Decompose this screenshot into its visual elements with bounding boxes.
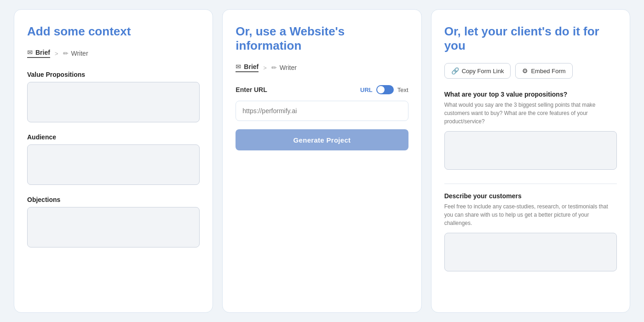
field-label-objections: Objections xyxy=(27,196,200,203)
generate-project-button[interactable]: Generate Project xyxy=(236,129,408,150)
url-row: Enter URL URL Text xyxy=(236,85,408,94)
card1-arrow: > xyxy=(55,50,58,57)
toggle-url-label: URL xyxy=(360,86,373,93)
copy-form-link-button[interactable]: 🔗 Copy Form Link xyxy=(444,63,511,79)
main-container: Add some context ✉ Brief > ✏ Writer Valu… xyxy=(0,0,644,322)
url-text-toggle[interactable] xyxy=(376,85,394,94)
card1-tab-row: ✉ Brief > ✏ Writer xyxy=(27,49,200,58)
embed-form-button[interactable]: ⚙ Embed Form xyxy=(515,63,572,79)
card1-tab1-label: Brief xyxy=(35,49,50,56)
embed-form-label: Embed Form xyxy=(531,68,565,75)
card1-title: Add some context xyxy=(27,24,200,39)
card1-tab-brief[interactable]: ✉ Brief xyxy=(27,49,50,58)
card2-tab-brief[interactable]: ✉ Brief xyxy=(236,63,259,72)
writer-icon: ✏ xyxy=(63,50,69,57)
card-client-form: Or, let your client's do it for you 🔗 Co… xyxy=(431,9,630,313)
card3-title: Or, let your client's do it for you xyxy=(444,24,617,53)
brief-icon: ✉ xyxy=(27,49,33,56)
card2-tab2-label: Writer xyxy=(280,64,297,71)
question2-title: Describe your customers xyxy=(444,192,617,200)
card-add-context: Add some context ✉ Brief > ✏ Writer Valu… xyxy=(14,9,213,313)
objections-textarea[interactable] xyxy=(27,207,200,247)
url-input[interactable] xyxy=(236,101,408,121)
card2-tab1-label: Brief xyxy=(244,63,259,70)
copy-form-link-label: Copy Form Link xyxy=(462,68,504,75)
link-icon: 🔗 xyxy=(451,67,459,75)
toggle-group: URL Text xyxy=(360,85,408,94)
embed-icon: ⚙ xyxy=(522,67,528,75)
value-propositions-textarea[interactable] xyxy=(27,82,200,122)
divider xyxy=(444,184,617,184)
action-buttons-row: 🔗 Copy Form Link ⚙ Embed Form xyxy=(444,63,617,79)
card2-tab-row: ✉ Brief > ✏ Writer xyxy=(236,63,408,72)
audience-textarea[interactable] xyxy=(27,144,200,185)
card2-title: Or, use a Website's information xyxy=(236,24,408,53)
card2-arrow: > xyxy=(263,64,267,71)
card1-tab2-label: Writer xyxy=(71,50,88,57)
toggle-text-label: Text xyxy=(397,86,408,93)
card2-writer-icon: ✏ xyxy=(271,64,277,71)
question2-desc: Feel free to include any case-studies, r… xyxy=(444,202,617,227)
enter-url-label: Enter URL xyxy=(236,86,267,93)
toggle-knob xyxy=(377,86,385,93)
question2-textarea[interactable] xyxy=(444,233,617,271)
card2-tab-writer[interactable]: ✏ Writer xyxy=(271,64,297,71)
field-label-value-propositions: Value Propositions xyxy=(27,71,200,78)
card-website-info: Or, use a Website's information ✉ Brief … xyxy=(222,9,421,313)
card1-tab-writer[interactable]: ✏ Writer xyxy=(63,50,88,57)
card2-brief-icon: ✉ xyxy=(236,63,241,70)
question1-textarea[interactable] xyxy=(444,131,617,170)
question1-desc: What would you say are the 3 biggest sel… xyxy=(444,101,617,126)
question1-title: What are your top 3 value propositions? xyxy=(444,91,617,98)
field-label-audience: Audience xyxy=(27,133,200,141)
